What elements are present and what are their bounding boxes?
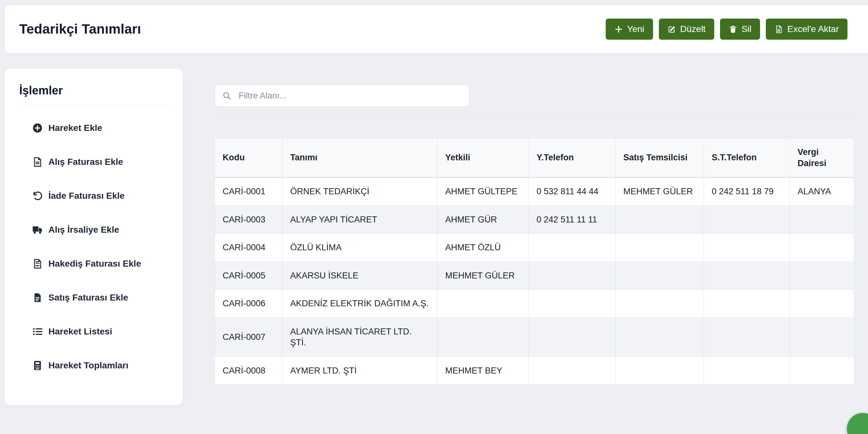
column-header[interactable]: Kodu: [215, 138, 282, 178]
nav-item-label: Alış Faturası Ekle: [49, 157, 123, 167]
table-cell: [529, 290, 616, 318]
table-cell: [790, 262, 854, 290]
nav-item-label: İade Faturası Ekle: [49, 191, 125, 201]
column-header[interactable]: Vergi Dairesi: [790, 138, 854, 178]
table-cell: [529, 262, 616, 290]
table-row[interactable]: CARİ-0007ALANYA İHSAN TİCARET LTD. ŞTİ.: [215, 318, 854, 357]
table-cell: [616, 205, 704, 234]
sidebar-item-hareket-listesi[interactable]: Hareket Listesi: [19, 321, 170, 343]
table-row[interactable]: CARİ-0003ALYAP YAPI TİCARETAHMET GÜR0 24…: [215, 205, 854, 234]
nav-item-label: Hareket Toplamları: [49, 360, 128, 371]
truck-icon: [32, 224, 43, 235]
table-cell: [616, 290, 704, 318]
edit-icon: [668, 25, 676, 34]
table-cell: 0 242 511 18 79: [704, 177, 790, 205]
table-cell: ALYAP YAPI TİCARET: [282, 205, 437, 234]
new-button[interactable]: Yeni: [606, 19, 653, 40]
table-cell: ÖRNEK TEDARİKÇİ: [282, 177, 437, 205]
sidebar-item-iade-faturasi-ekle[interactable]: İade Faturası Ekle: [19, 185, 170, 207]
table-cell: [704, 205, 790, 234]
table-cell: [704, 357, 790, 385]
table-row[interactable]: CARİ-0001ÖRNEK TEDARİKÇİAHMET GÜLTEPE0 5…: [215, 177, 854, 205]
file-invoice-solid-icon: [32, 292, 43, 303]
export-excel-button[interactable]: Excel'e Aktar: [766, 19, 847, 40]
table-cell: 0 242 511 11 11: [529, 205, 616, 234]
header-actions: YeniDüzeltSilExcel'e Aktar: [606, 19, 847, 40]
sidebar-item-hakedis-faturasi-ekle[interactable]: Hakediş Faturası Ekle: [19, 253, 170, 275]
table-cell: MEHMET GÜLER: [437, 262, 529, 290]
table-cell: [529, 318, 616, 357]
table-cell: [704, 318, 790, 357]
nav-item-label: Hareket Listesi: [49, 327, 112, 337]
table-cell: [790, 290, 854, 318]
plus-circle-icon: [32, 123, 43, 133]
delete-button[interactable]: Sil: [720, 19, 760, 40]
excel-icon: [774, 25, 783, 34]
button-label: Yeni: [627, 24, 644, 34]
nav-item-label: Hakediş Faturası Ekle: [49, 259, 141, 269]
table-cell: AKARSU İSKELE: [282, 262, 437, 290]
table-cell: CARİ-0005: [215, 262, 282, 290]
table-cell: AHMET GÜLTEPE: [437, 177, 529, 205]
sidebar-nav: Hareket EkleAlış Faturası Ekleİade Fatur…: [19, 106, 170, 377]
plus-icon: [614, 25, 623, 34]
table-cell: 0 532 811 44 44: [529, 177, 616, 205]
table-row[interactable]: CARİ-0004ÖZLÜ KLİMAAHMET ÖZLÜ: [215, 234, 854, 262]
chat-fab[interactable]: [847, 413, 868, 434]
table-cell: [616, 262, 704, 290]
page-header: Tedarikçi Tanımları YeniDüzeltSilExcel'e…: [4, 5, 868, 53]
column-header[interactable]: Tanımı: [282, 138, 437, 178]
table-cell: AHMET ÖZLÜ: [437, 234, 529, 262]
page-title: Tedarikçi Tanımları: [19, 22, 141, 37]
sidebar-item-alis-faturasi-ekle[interactable]: Alış Faturası Ekle: [19, 151, 170, 173]
nav-item-label: Hareket Ekle: [49, 123, 102, 133]
table-cell: AYMER LTD. ŞTİ: [282, 357, 437, 385]
button-label: Excel'e Aktar: [787, 24, 839, 34]
table-cell: [704, 262, 790, 290]
table-cell: [790, 318, 854, 357]
sidebar-item-alis-irsaliye-ekle[interactable]: Alış İrsaliye Ekle: [19, 219, 170, 241]
file-contract-icon: [32, 258, 43, 269]
nav-item-label: Alış İrsaliye Ekle: [49, 225, 119, 235]
table-cell: [704, 234, 790, 262]
table-cell: [790, 205, 854, 234]
column-header[interactable]: Yetkili: [437, 138, 529, 178]
table-cell: ALANYA İHSAN TİCARET LTD. ŞTİ.: [282, 318, 437, 357]
table-cell: CARİ-0003: [215, 205, 282, 234]
table-cell: [704, 290, 790, 318]
file-invoice-icon: [32, 157, 43, 167]
nav-item-label: Satış Faturası Ekle: [49, 293, 128, 303]
table-row[interactable]: CARİ-0005AKARSU İSKELEMEHMET GÜLER: [215, 262, 854, 290]
table-cell: CARİ-0001: [215, 177, 282, 205]
column-header[interactable]: S.T.Telefon: [704, 138, 790, 178]
edit-button[interactable]: Düzelt: [659, 19, 714, 40]
sidebar-item-hareket-ekle[interactable]: Hareket Ekle: [19, 117, 170, 139]
calculator-icon: [32, 360, 43, 371]
main-content: KoduTanımıYetkiliY.TelefonSatış Temsilci…: [215, 85, 854, 385]
table-cell: MEHMET BEY: [437, 357, 529, 385]
table-header-row: KoduTanımıYetkiliY.TelefonSatış Temsilci…: [215, 138, 854, 178]
filter-input[interactable]: [215, 85, 469, 107]
table-cell: [437, 290, 529, 318]
filter-section: [215, 85, 854, 117]
table-cell: CARİ-0006: [215, 290, 282, 318]
trash-icon: [729, 25, 737, 34]
column-header[interactable]: Satış Temsilcisi: [616, 138, 704, 178]
column-header[interactable]: Y.Telefon: [529, 138, 616, 178]
table-cell: CARİ-0007: [215, 318, 282, 357]
search-icon: [222, 91, 231, 100]
list-icon: [32, 326, 43, 337]
sidebar-item-hareket-toplamlari[interactable]: Hareket Toplamları: [19, 354, 170, 377]
table-cell: [529, 357, 616, 385]
sidebar-item-satis-faturasi-ekle[interactable]: Satış Faturası Ekle: [19, 287, 170, 309]
table-cell: [790, 234, 854, 262]
sidebar: İşlemler Hareket EkleAlış Faturası Ekleİ…: [4, 68, 183, 405]
supplier-table-body: CARİ-0001ÖRNEK TEDARİKÇİAHMET GÜLTEPE0 5…: [215, 177, 854, 385]
table-cell: AHMET GÜR: [437, 205, 529, 234]
table-cell: [529, 234, 616, 262]
undo-icon: [32, 191, 43, 201]
table-row[interactable]: CARİ-0006AKDENİZ ELEKTRİK DAĞITIM A.Ş.: [215, 290, 854, 318]
table-cell: [616, 357, 704, 385]
table-row[interactable]: CARİ-0008AYMER LTD. ŞTİMEHMET BEY: [215, 357, 854, 385]
table-cell: [790, 357, 854, 385]
